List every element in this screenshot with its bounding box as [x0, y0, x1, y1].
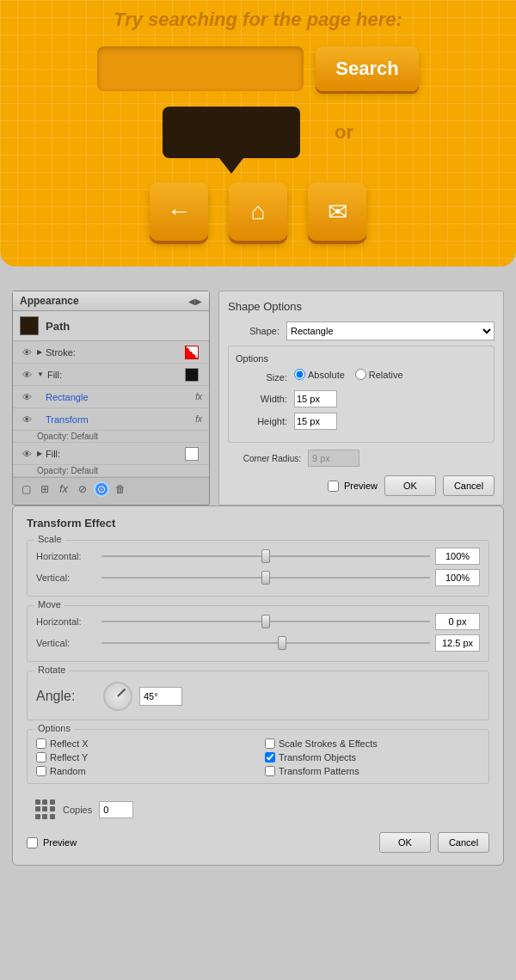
- move-v-label: Vertical:: [36, 638, 96, 648]
- angle-dial[interactable]: [103, 682, 132, 711]
- width-label: Width:: [236, 394, 287, 404]
- transform-fx-label: fx: [195, 414, 202, 424]
- fill2-row: 👁 ▶ Fill:: [13, 443, 209, 465]
- toolbar-grid-icon[interactable]: ⊞: [37, 481, 52, 497]
- transform-objects-label: Transform Objects: [279, 752, 356, 763]
- move-label: Move: [34, 599, 64, 609]
- search-input[interactable]: [97, 46, 304, 91]
- corner-radius-row: Corner Radius:: [228, 450, 494, 467]
- options-section: Options Reflect X Scale Strokes & Effect…: [27, 729, 489, 784]
- random-item[interactable]: Random: [36, 766, 251, 776]
- stroke-color-swatch[interactable]: [185, 346, 199, 359]
- height-spinbox: [294, 413, 337, 430]
- shape-ok-button[interactable]: OK: [384, 475, 436, 496]
- move-h-slider[interactable]: [101, 615, 430, 628]
- rect-eye-icon[interactable]: 👁: [20, 391, 34, 403]
- toolbar-duplicate-icon[interactable]: ⊙: [94, 481, 109, 497]
- transform-title: Transform Effect: [27, 517, 489, 530]
- search-button[interactable]: Search: [316, 46, 419, 91]
- icon-buttons-row: ← ⌂ ✉: [150, 182, 366, 241]
- fill-color-swatch[interactable]: [185, 368, 199, 382]
- move-v-input[interactable]: [435, 634, 480, 652]
- transform-objects-item[interactable]: Transform Objects: [265, 752, 480, 763]
- shape-options-panel: Shape Options Shape: Rectangle Options S…: [218, 291, 504, 505]
- reflect-x-item[interactable]: Reflect X: [36, 738, 251, 749]
- transform-label[interactable]: Transform: [46, 414, 195, 425]
- move-h-label: Horizontal:: [36, 616, 96, 627]
- rotate-section: Rotate Angle:: [27, 671, 489, 720]
- transform-ok-button[interactable]: OK: [379, 832, 431, 853]
- reflect-x-checkbox[interactable]: [36, 738, 46, 749]
- shape-options-title: Shape Options: [228, 300, 494, 313]
- scale-h-input[interactable]: [435, 548, 480, 565]
- home-button[interactable]: ⌂: [229, 182, 287, 241]
- transform-patterns-checkbox[interactable]: [265, 766, 275, 776]
- scale-h-slider[interactable]: [101, 549, 430, 563]
- angle-input[interactable]: [139, 687, 182, 706]
- copies-input[interactable]: [99, 801, 133, 818]
- transform-objects-checkbox[interactable]: [265, 752, 275, 763]
- scale-v-input[interactable]: [435, 569, 480, 586]
- scale-label: Scale: [34, 534, 65, 544]
- rectangle-label[interactable]: Rectangle: [46, 392, 195, 402]
- speech-bubble-area: or: [163, 107, 353, 158]
- rectangle-row: 👁 ▶ Rectangle fx: [13, 386, 209, 408]
- random-checkbox[interactable]: [36, 766, 46, 776]
- transform-preview-label: Preview: [43, 837, 77, 848]
- transform-preview-checkbox[interactable]: [27, 837, 38, 848]
- transform-patterns-item[interactable]: Transform Patterns: [265, 766, 480, 776]
- width-row: Width:: [236, 390, 487, 407]
- width-input[interactable]: [294, 390, 337, 407]
- scale-strokes-checkbox[interactable]: [265, 738, 275, 749]
- stroke-triangle-icon[interactable]: ▶: [37, 348, 42, 356]
- shape-cancel-button[interactable]: Cancel: [443, 475, 494, 496]
- relative-radio[interactable]: Relative: [355, 369, 403, 380]
- scale-h-row: Horizontal:: [36, 548, 480, 565]
- rotate-label: Rotate: [34, 665, 69, 675]
- transform-dialog-btns: OK Cancel: [379, 832, 489, 853]
- move-v-slider[interactable]: [101, 636, 430, 650]
- copies-icon: [35, 799, 56, 820]
- move-h-input[interactable]: [435, 613, 480, 630]
- move-section: Move Horizontal: Vertical:: [27, 605, 489, 662]
- absolute-radio[interactable]: Absolute: [294, 369, 345, 380]
- shape-form-row: Shape: Rectangle: [228, 322, 494, 340]
- fill2-color-swatch[interactable]: [185, 447, 199, 461]
- scale-v-label: Vertical:: [36, 573, 96, 583]
- toolbar-square-icon[interactable]: ▢: [18, 481, 34, 497]
- path-color-swatch: [20, 316, 39, 335]
- move-v-row: Vertical:: [36, 634, 480, 652]
- back-button[interactable]: ←: [150, 182, 208, 241]
- scale-v-slider[interactable]: [101, 571, 430, 585]
- transform-eye-icon[interactable]: 👁: [20, 413, 34, 426]
- height-input[interactable]: [294, 413, 337, 430]
- appearance-title: Appearance: [20, 295, 79, 307]
- toolbar-eye-off-icon[interactable]: ⊘: [75, 481, 90, 497]
- fill-triangle-icon[interactable]: ▼: [37, 371, 44, 378]
- scale-strokes-item[interactable]: Scale Strokes & Effects: [265, 738, 480, 749]
- transform-preview-row: Preview: [27, 837, 77, 848]
- shape-preview-label: Preview: [344, 481, 378, 491]
- stroke-label: Stroke:: [46, 347, 185, 358]
- reflect-y-checkbox[interactable]: [36, 752, 46, 763]
- angle-label: Angle:: [36, 689, 96, 704]
- copies-label: Copies: [63, 805, 92, 815]
- transform-spacer: ▶: [37, 415, 42, 423]
- stroke-eye-icon[interactable]: 👁: [20, 346, 34, 358]
- opacity-row-2: Opacity: Default: [13, 465, 209, 477]
- shape-select[interactable]: Rectangle: [286, 322, 494, 340]
- fill-eye-icon[interactable]: 👁: [20, 369, 34, 381]
- toolbar-fx-icon[interactable]: fx: [56, 481, 71, 497]
- reflect-x-label: Reflect X: [50, 738, 89, 749]
- mail-button[interactable]: ✉: [308, 182, 366, 241]
- fill2-triangle-icon[interactable]: ▶: [37, 450, 42, 457]
- shape-preview-checkbox[interactable]: [328, 481, 339, 492]
- size-row: Size: Absolute Relative: [236, 369, 487, 385]
- toolbar-trash-icon[interactable]: 🗑: [113, 481, 128, 497]
- fill2-eye-icon[interactable]: 👁: [20, 448, 34, 460]
- top-section: Try searching for the page here: Search …: [0, 0, 516, 266]
- appearance-titlebar: Appearance ◀▶: [13, 291, 209, 311]
- reflect-y-item[interactable]: Reflect Y: [36, 752, 251, 763]
- transform-cancel-button[interactable]: Cancel: [438, 832, 489, 853]
- fill2-label: Fill:: [46, 449, 185, 459]
